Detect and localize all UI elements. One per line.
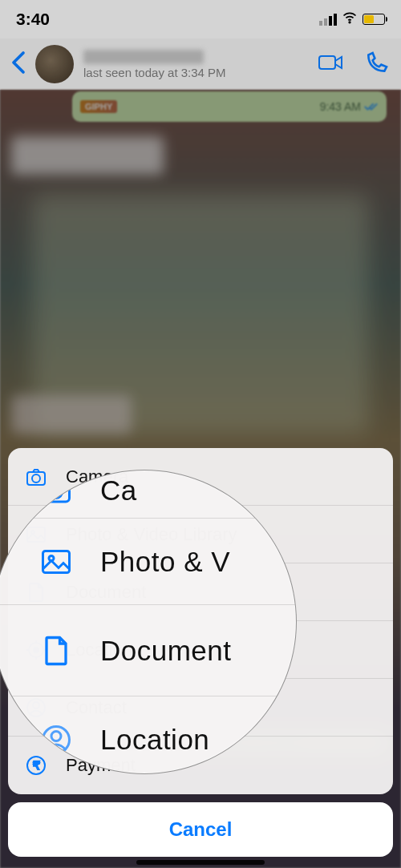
- magnified-label: Location: [100, 724, 209, 756]
- redacted-block: [11, 395, 132, 434]
- contact-name-redacted: [83, 50, 204, 64]
- home-indicator[interactable]: [136, 860, 265, 865]
- cancel-button[interactable]: Cancel: [8, 802, 393, 857]
- document-icon: [39, 634, 73, 668]
- magnifier-overlay: Ca Photo & V Document Location brary: [0, 470, 297, 774]
- photo-icon: [39, 545, 73, 579]
- video-call-icon[interactable]: [318, 50, 343, 79]
- camera-icon: [24, 466, 48, 488]
- svg-rect-14: [43, 551, 70, 572]
- message-time: 9:43 AM: [320, 100, 379, 113]
- last-seen: last seen today at 3:34 PM: [83, 66, 308, 79]
- wifi-icon: [342, 10, 358, 29]
- magnified-row-document: Document: [0, 605, 296, 696]
- svg-text:₹: ₹: [33, 759, 40, 772]
- battery-icon: [363, 14, 385, 25]
- magnified-label: Photo & V: [100, 546, 230, 578]
- message-bubble: GIPHY 9:43 AM: [72, 91, 387, 122]
- svg-point-3: [32, 474, 40, 482]
- cellular-icon: [319, 14, 337, 26]
- status-bar: 3:40: [0, 0, 401, 38]
- svg-rect-1: [319, 56, 335, 69]
- header-text[interactable]: last seen today at 3:34 PM: [83, 50, 308, 79]
- magnified-label: Ca: [100, 474, 137, 507]
- svg-point-17: [51, 731, 61, 741]
- clock: 3:40: [16, 10, 50, 29]
- payment-icon: ₹: [24, 754, 48, 777]
- voice-call-icon[interactable]: [364, 50, 390, 79]
- avatar[interactable]: [35, 45, 74, 83]
- chat-header: last seen today at 3:34 PM: [0, 38, 401, 90]
- magnified-label: Document: [100, 635, 232, 667]
- magnified-row-photo: Photo & V: [0, 519, 296, 605]
- status-icons: [319, 10, 385, 29]
- redacted-block: [11, 136, 164, 175]
- cancel-label: Cancel: [169, 818, 233, 841]
- giphy-badge: GIPHY: [80, 100, 117, 113]
- back-button[interactable]: [11, 50, 26, 78]
- svg-point-0: [349, 22, 350, 23]
- read-receipt-icon: [364, 102, 379, 111]
